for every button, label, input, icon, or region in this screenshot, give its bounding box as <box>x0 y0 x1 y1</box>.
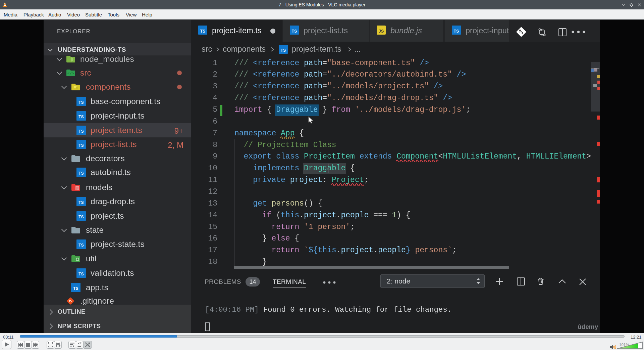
svg-text:</>: </> <box>67 72 74 76</box>
